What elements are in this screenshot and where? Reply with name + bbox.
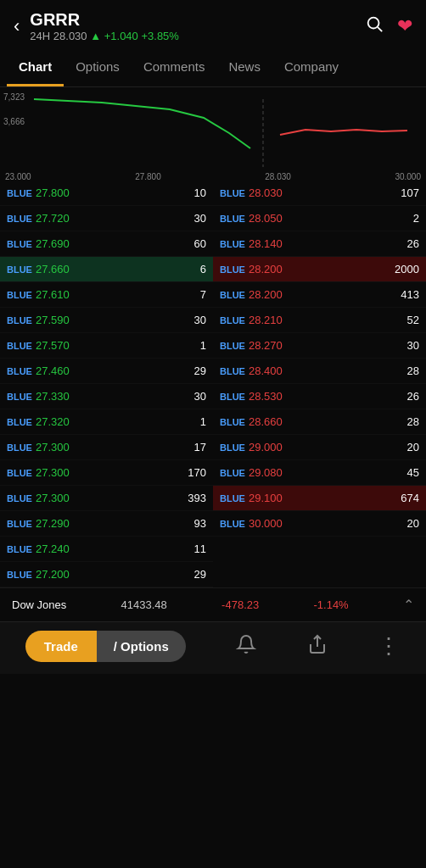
back-button[interactable]: ‹ xyxy=(14,15,20,37)
ask-price: 28.030 xyxy=(249,186,389,199)
price-label: 24H xyxy=(30,30,50,42)
ask-price: 28.200 xyxy=(249,263,389,275)
bid-row: BLUE 27.610 7 xyxy=(0,282,213,308)
share-icon[interactable] xyxy=(307,634,328,659)
ask-label: BLUE xyxy=(220,442,249,453)
ask-label: BLUE xyxy=(220,519,249,529)
chart-area: 7,323 3,666 23.000 27.800 28.030 30.000 xyxy=(0,87,426,181)
ask-price: 29.080 xyxy=(249,466,389,479)
bid-row: BLUE 27.240 11 xyxy=(0,537,213,562)
ask-column: BLUE 28.030 107 BLUE 28.050 2 BLUE 28.14… xyxy=(213,181,426,587)
bid-label: BLUE xyxy=(7,214,36,224)
ask-row: BLUE 28.210 52 xyxy=(213,308,426,333)
ask-price: 30.000 xyxy=(249,517,389,530)
expand-icon[interactable]: ⌃ xyxy=(403,597,414,613)
more-icon[interactable]: ⋮ xyxy=(378,633,401,659)
ask-label: BLUE xyxy=(220,493,249,504)
ask-qty: 30 xyxy=(389,339,419,352)
ask-row: BLUE 28.270 30 xyxy=(213,333,426,359)
ask-label: BLUE xyxy=(220,315,249,326)
bid-qty: 11 xyxy=(176,542,206,555)
ask-price: 28.210 xyxy=(249,314,389,326)
bid-price: 27.200 xyxy=(36,568,176,581)
bid-label: BLUE xyxy=(7,188,36,198)
bell-icon[interactable] xyxy=(236,634,256,659)
ask-label: BLUE xyxy=(220,417,249,427)
ask-price: 28.200 xyxy=(249,288,389,301)
bid-row: BLUE 27.720 30 xyxy=(0,206,213,231)
ask-label: BLUE xyxy=(220,468,249,478)
search-icon[interactable] xyxy=(365,14,384,38)
ask-qty: 52 xyxy=(389,314,419,326)
ask-row: BLUE 28.140 26 xyxy=(213,231,426,257)
bid-row: BLUE 27.200 29 xyxy=(0,562,213,587)
ask-qty: 28 xyxy=(389,364,419,377)
ask-price: 29.000 xyxy=(249,441,389,453)
bottom-ticker: Dow Jones 41433.48 -478.23 -1.14% ⌃ xyxy=(0,587,426,621)
bid-qty: 6 xyxy=(176,263,206,275)
ask-row: BLUE 28.200 2000 xyxy=(213,257,426,282)
bid-label: BLUE xyxy=(7,366,36,376)
bid-price: 27.690 xyxy=(36,237,176,250)
bid-label: BLUE xyxy=(7,392,36,402)
bid-label: BLUE xyxy=(7,290,36,300)
ask-label: BLUE xyxy=(220,264,249,275)
tab-chart[interactable]: Chart xyxy=(7,49,64,86)
bid-row: BLUE 27.460 29 xyxy=(0,359,213,384)
tab-bar: Chart Options Comments News Company xyxy=(0,49,426,87)
trade-button[interactable]: Trade xyxy=(25,631,97,662)
ask-row: BLUE 28.400 28 xyxy=(213,359,426,384)
bid-column: BLUE 27.800 10 BLUE 27.720 30 BLUE 27.69… xyxy=(0,181,213,587)
bid-row: BLUE 27.570 1 xyxy=(0,333,213,359)
bid-qty: 170 xyxy=(176,466,206,479)
bid-price: 27.290 xyxy=(36,517,176,530)
bottom-nav: Trade / Options ⋮ xyxy=(0,621,426,674)
bid-price: 27.330 xyxy=(36,390,176,403)
chart-y-labels: 7,323 3,666 xyxy=(3,92,25,126)
bid-row: BLUE 27.800 10 xyxy=(0,181,213,206)
bid-price: 27.300 xyxy=(36,466,176,479)
tab-comments[interactable]: Comments xyxy=(132,49,217,86)
bid-row: BLUE 27.590 30 xyxy=(0,308,213,333)
ask-price: 29.100 xyxy=(249,492,389,504)
ask-qty: 28 xyxy=(389,415,419,428)
bid-qty: 30 xyxy=(176,212,206,225)
ask-row: BLUE 28.660 28 xyxy=(213,409,426,435)
ask-qty: 20 xyxy=(389,441,419,453)
bid-qty: 10 xyxy=(176,186,206,199)
bid-price: 27.660 xyxy=(36,263,176,275)
options-button[interactable]: / Options xyxy=(97,631,186,662)
ask-qty: 413 xyxy=(389,288,419,301)
ask-price: 28.530 xyxy=(249,390,389,403)
bid-row: BLUE 27.300 170 xyxy=(0,460,213,486)
svg-line-1 xyxy=(378,27,382,31)
bid-price: 27.800 xyxy=(36,186,176,199)
price-value: 28.030 xyxy=(53,30,87,42)
ask-qty: 2 xyxy=(389,212,419,225)
ask-price: 28.050 xyxy=(249,212,389,225)
bid-qty: 29 xyxy=(176,364,206,377)
tab-news[interactable]: News xyxy=(216,49,272,86)
bid-price: 27.240 xyxy=(36,542,176,555)
ask-qty: 674 xyxy=(389,492,419,504)
heart-icon[interactable]: ❤ xyxy=(397,15,412,37)
bid-price: 27.300 xyxy=(36,492,176,504)
ask-row: BLUE 29.080 45 xyxy=(213,460,426,486)
chart-x-label-3: 30.000 xyxy=(395,172,421,181)
ticker-info: GRRR 24H 28.030 ▲ +1.040 +3.85% xyxy=(30,10,179,42)
bid-price: 27.720 xyxy=(36,212,176,225)
trade-options-group: Trade / Options xyxy=(25,631,186,662)
ask-price: 28.400 xyxy=(249,364,389,377)
ticker-price: 24H 28.030 ▲ +1.040 +3.85% xyxy=(30,30,179,42)
header-left: ‹ GRRR 24H 28.030 ▲ +1.040 +3.85% xyxy=(14,10,179,42)
ask-label: BLUE xyxy=(220,239,249,249)
bid-label: BLUE xyxy=(7,315,36,326)
bid-row: BLUE 27.330 30 xyxy=(0,384,213,409)
ask-row: BLUE 28.200 413 xyxy=(213,282,426,308)
ask-label: BLUE xyxy=(220,214,249,224)
bid-qty: 1 xyxy=(176,339,206,352)
bid-price: 27.590 xyxy=(36,314,176,326)
tab-company[interactable]: Company xyxy=(272,49,350,86)
ask-row: BLUE 29.100 674 xyxy=(213,486,426,511)
tab-options[interactable]: Options xyxy=(64,49,132,86)
